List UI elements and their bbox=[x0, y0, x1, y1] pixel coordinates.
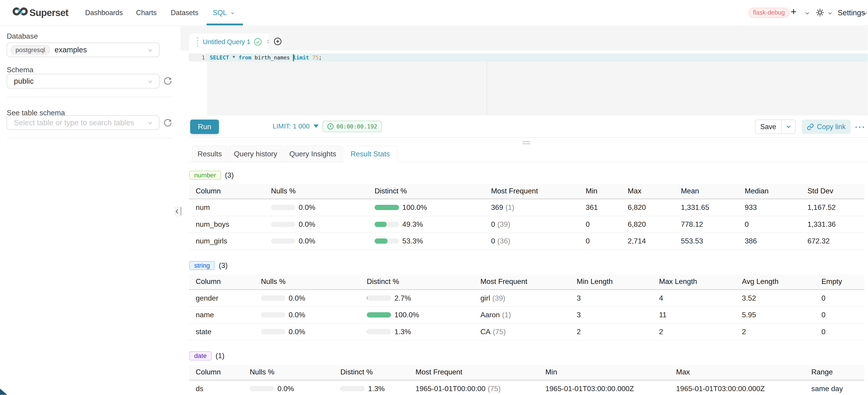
add-new-chevron-icon[interactable] bbox=[805, 11, 810, 16]
limit-caret-icon bbox=[314, 125, 318, 128]
table-row: num_boys0.0%49.3%0(39)06,820778.1201,331… bbox=[189, 216, 864, 233]
percent-bar bbox=[367, 295, 391, 301]
sql-token bbox=[309, 54, 312, 61]
stats-table-date: ColumnNulls %Distinct %Most FrequentMinM… bbox=[189, 365, 864, 395]
add-new-icon[interactable]: + bbox=[790, 6, 797, 18]
query-tab[interactable]: Untitled Query 1 ✕ bbox=[189, 33, 277, 51]
save-button[interactable]: Save bbox=[755, 120, 782, 134]
timer-value: 00:00:00.192 bbox=[336, 123, 377, 130]
results-pane: ResultsQuery historyQuery InsightsResult… bbox=[189, 138, 868, 395]
table-cell: 0.0% bbox=[261, 324, 305, 340]
percent-bar bbox=[375, 238, 399, 244]
column-header: Distinct % bbox=[367, 274, 399, 289]
section-header-date: date(1) bbox=[189, 351, 224, 360]
limit-dropdown[interactable]: LIMIT: 1 000 bbox=[273, 122, 318, 130]
column-header: Min bbox=[545, 365, 557, 379]
copy-link-button[interactable]: Copy link bbox=[802, 120, 850, 134]
pane-resize-handle[interactable] bbox=[522, 141, 530, 146]
sql-editor[interactable]: 1 SELECT * from birth_names limit 75; bbox=[189, 54, 868, 115]
table-cell: Aaron(1) bbox=[480, 307, 511, 323]
column-header: Column bbox=[196, 184, 221, 199]
column-header: Distinct % bbox=[375, 184, 407, 199]
tab-drag-handle-icon[interactable] bbox=[197, 37, 198, 47]
brand-name[interactable]: Superset bbox=[29, 7, 68, 18]
sql-code-line[interactable]: SELECT * from birth_names limit 75; bbox=[207, 54, 868, 61]
table-cell: num_boys bbox=[196, 216, 229, 233]
table-row: num0.0%100.0%369(1)3616,8201,331.659331,… bbox=[189, 199, 864, 216]
results-tab-query-history[interactable]: Query history bbox=[228, 146, 283, 162]
table-cell: 0 bbox=[822, 307, 826, 323]
nav-item-datasets[interactable]: Datasets bbox=[171, 9, 198, 17]
table-cell: 778.12 bbox=[681, 216, 703, 233]
more-options-button[interactable]: ··· bbox=[855, 123, 866, 132]
table-cell: 0 bbox=[822, 290, 826, 306]
table-cell: 361 bbox=[586, 199, 598, 216]
column-header: Avg Length bbox=[742, 274, 779, 289]
table-cell: gender bbox=[196, 290, 218, 306]
copy-link-label: Copy link bbox=[817, 123, 846, 131]
database-label: Database bbox=[7, 32, 38, 40]
table-cell: same day bbox=[811, 381, 843, 395]
results-tab-results[interactable]: Results bbox=[192, 146, 227, 162]
section-header-number: number(3) bbox=[189, 171, 234, 180]
table-cell: CA(75) bbox=[480, 324, 506, 340]
limit-label: LIMIT: bbox=[273, 122, 291, 130]
editor-toolbar: Run LIMIT: 1 000 00:00:00.192 Save Copy … bbox=[189, 116, 868, 138]
table-cell: 5.95 bbox=[742, 307, 756, 323]
save-dropdown-caret[interactable] bbox=[782, 120, 796, 134]
table-cell: 0.0% bbox=[261, 307, 305, 323]
table-select-placeholder: Select table or type to search tables bbox=[14, 118, 134, 127]
type-badge-string: string bbox=[189, 261, 215, 270]
table-cell: 1.3% bbox=[341, 381, 385, 395]
sidebar-collapse-handle[interactable] bbox=[174, 206, 180, 217]
table-refresh-icon[interactable] bbox=[163, 119, 172, 127]
column-header: Max bbox=[676, 365, 690, 379]
sql-lab-sidebar: Database postgresql examples Schema publ… bbox=[0, 26, 179, 395]
superset-logo-icon[interactable] bbox=[12, 5, 28, 20]
table-cell: 6,820 bbox=[627, 216, 646, 233]
sidebar-resize-thumb[interactable] bbox=[180, 207, 182, 216]
table-cell: 6,820 bbox=[627, 199, 646, 216]
percent-bar bbox=[261, 329, 285, 334]
run-button[interactable]: Run bbox=[190, 120, 219, 134]
table-cell: 49.3% bbox=[375, 216, 423, 233]
database-select[interactable]: postgresql examples bbox=[7, 42, 159, 57]
nav-item-dashboards[interactable]: Dashboards bbox=[85, 9, 123, 17]
column-count: (1) bbox=[216, 352, 224, 360]
theme-sun-icon[interactable] bbox=[815, 8, 825, 18]
chevron-down-icon bbox=[147, 79, 153, 85]
percent-bar bbox=[250, 386, 274, 391]
column-header: Column bbox=[196, 274, 221, 289]
table-cell: 2,714 bbox=[627, 233, 646, 249]
column-header: Std Dev bbox=[807, 184, 833, 199]
editor-canvas[interactable] bbox=[207, 61, 868, 115]
database-value: examples bbox=[55, 45, 87, 54]
table-cell: 0(39) bbox=[491, 216, 510, 233]
new-tab-button[interactable] bbox=[274, 37, 282, 45]
table-select[interactable]: Select table or type to search tables bbox=[7, 116, 159, 130]
table-cell: 0.0% bbox=[271, 216, 315, 233]
column-header: Nulls % bbox=[250, 365, 275, 379]
table-cell: 3 bbox=[577, 290, 581, 306]
schema-select[interactable]: public bbox=[7, 74, 159, 88]
results-tab-query-insights[interactable]: Query Insights bbox=[284, 146, 342, 162]
database-engine-pill: postgresql bbox=[10, 45, 50, 55]
column-header: Distinct % bbox=[341, 365, 373, 379]
link-icon bbox=[807, 123, 814, 130]
table-cell: 100.0% bbox=[375, 199, 427, 216]
column-count: (3) bbox=[225, 171, 234, 179]
sql-token: ; bbox=[318, 54, 322, 61]
nav-item-charts[interactable]: Charts bbox=[136, 9, 157, 17]
table-cell: 100.0% bbox=[367, 307, 419, 323]
table-cell: 1965-01-01T03:00:00.000Z bbox=[545, 381, 634, 395]
table-cell: 0.0% bbox=[261, 290, 305, 306]
settings-menu[interactable]: Settings bbox=[838, 8, 865, 17]
table-cell: 0 bbox=[586, 216, 590, 233]
theme-chevron-icon[interactable] bbox=[828, 11, 833, 16]
nav-item-sql[interactable]: SQL bbox=[213, 9, 235, 17]
schema-refresh-icon[interactable] bbox=[163, 77, 172, 85]
settings-chevron-icon[interactable] bbox=[863, 11, 868, 16]
results-tab-result-stats[interactable]: Result Stats bbox=[343, 146, 397, 162]
table-cell: 553.53 bbox=[681, 233, 703, 249]
column-header: Column bbox=[196, 365, 221, 379]
